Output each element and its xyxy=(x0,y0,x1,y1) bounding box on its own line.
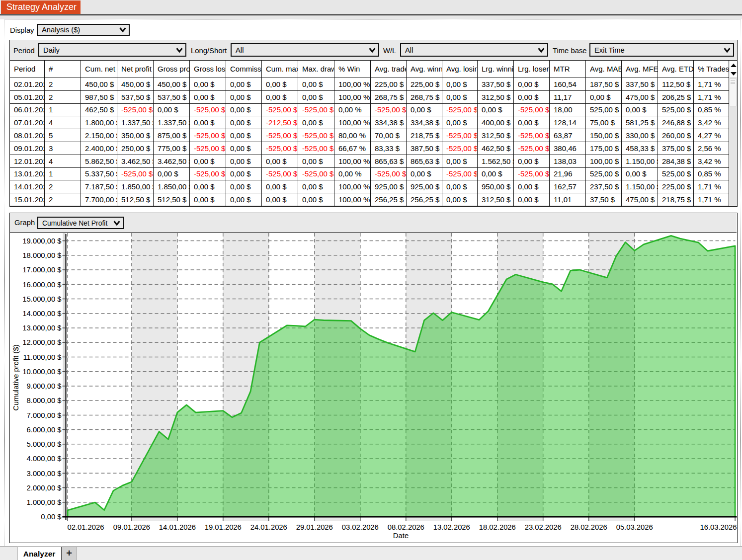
svg-text:29.01.2026: 29.01.2026 xyxy=(296,523,332,531)
svg-text:11.000,00 $: 11.000,00 $ xyxy=(23,353,61,361)
svg-text:05.03.2026: 05.03.2026 xyxy=(616,523,653,531)
svg-text:2.000,00 $: 2.000,00 $ xyxy=(26,484,61,492)
svg-text:Date: Date xyxy=(393,532,408,540)
svg-text:19.01.2026: 19.01.2026 xyxy=(204,523,241,531)
svg-text:08.02.2026: 08.02.2026 xyxy=(387,523,424,531)
svg-text:0,00 $: 0,00 $ xyxy=(41,513,61,521)
svg-text:24.01.2026: 24.01.2026 xyxy=(250,523,287,531)
svg-text:5.000,00 $: 5.000,00 $ xyxy=(26,440,61,448)
svg-text:09.01.2026: 09.01.2026 xyxy=(113,523,150,531)
svg-text:28.02.2026: 28.02.2026 xyxy=(570,523,607,531)
svg-text:4.000,00 $: 4.000,00 $ xyxy=(26,455,61,463)
svg-text:16.000,00 $: 16.000,00 $ xyxy=(22,281,61,289)
svg-text:13.000,00 $: 13.000,00 $ xyxy=(22,324,61,332)
svg-text:3.000,00 $: 3.000,00 $ xyxy=(26,470,61,478)
svg-text:03.02.2026: 03.02.2026 xyxy=(341,523,378,531)
svg-text:19.000,00 $: 19.000,00 $ xyxy=(22,237,61,245)
svg-text:18.000,00 $: 18.000,00 $ xyxy=(22,251,61,259)
svg-text:6.000,00 $: 6.000,00 $ xyxy=(26,426,61,434)
svg-text:15.000,00 $: 15.000,00 $ xyxy=(22,295,61,303)
svg-text:8.000,00 $: 8.000,00 $ xyxy=(26,397,61,404)
svg-text:7.000,00 $: 7.000,00 $ xyxy=(26,411,61,419)
svg-text:12.000,00 $: 12.000,00 $ xyxy=(22,338,61,346)
svg-text:14.01.2026: 14.01.2026 xyxy=(159,523,195,531)
svg-text:17.000,00 $: 17.000,00 $ xyxy=(22,266,61,274)
svg-text:9.000,00 $: 9.000,00 $ xyxy=(26,382,61,390)
svg-text:1.000,00 $: 1.000,00 $ xyxy=(26,498,61,506)
svg-text:02.01.2026: 02.01.2026 xyxy=(67,523,104,531)
svg-text:14.000,00 $: 14.000,00 $ xyxy=(22,310,61,318)
svg-text:13.02.2026: 13.02.2026 xyxy=(433,523,470,531)
svg-text:Cumulative profit ($): Cumulative profit ($) xyxy=(11,344,19,410)
svg-text:16.03.2026: 16.03.2026 xyxy=(700,523,737,531)
svg-text:10.000,00 $: 10.000,00 $ xyxy=(22,368,61,376)
svg-text:23.02.2026: 23.02.2026 xyxy=(524,523,561,531)
svg-text:18.02.2026: 18.02.2026 xyxy=(479,523,515,531)
